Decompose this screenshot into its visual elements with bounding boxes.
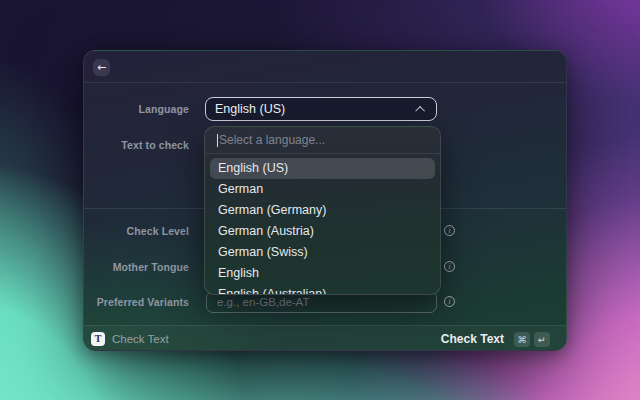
language-option[interactable]: German (Swiss) xyxy=(210,242,435,263)
command-title: Check Text xyxy=(112,333,169,345)
mother-tongue-label: Mother Tongue xyxy=(84,261,189,273)
window-header: ← xyxy=(84,51,566,83)
language-label: Language xyxy=(84,103,189,115)
preferred-variants-info-icon[interactable]: i xyxy=(444,296,455,307)
languagetool-app-icon: T xyxy=(91,332,105,346)
text-to-check-label: Text to check xyxy=(84,139,189,151)
action-bar-right: Check Text ⌘ ↵ xyxy=(441,332,550,347)
check-text-window: ← Language English (US) Text to check Ch… xyxy=(83,50,567,351)
language-search xyxy=(205,127,440,154)
back-button[interactable]: ← xyxy=(93,59,110,76)
primary-action-button[interactable]: Check Text xyxy=(441,332,504,346)
language-search-input[interactable] xyxy=(205,127,440,153)
command-key-icon: ⌘ xyxy=(514,332,530,347)
check-level-info-icon[interactable]: i xyxy=(444,225,455,236)
language-option[interactable]: German (Germany) xyxy=(210,200,435,221)
language-option[interactable]: English (US) xyxy=(210,158,435,179)
language-option[interactable]: English xyxy=(210,263,435,284)
back-arrow-icon: ← xyxy=(97,61,106,74)
language-option[interactable]: English (Australian) xyxy=(210,284,435,295)
language-option-list: English (US) German German (Germany) Ger… xyxy=(205,154,440,295)
text-cursor xyxy=(217,134,218,147)
language-option[interactable]: German xyxy=(210,179,435,200)
check-level-label: Check Level xyxy=(84,225,189,237)
mother-tongue-info-icon[interactable]: i xyxy=(444,261,455,272)
preferred-variants-label: Preferred Variants xyxy=(84,296,189,308)
language-option[interactable]: German (Austria) xyxy=(210,221,435,242)
language-select[interactable]: English (US) xyxy=(205,97,437,121)
language-select-value: English (US) xyxy=(215,102,418,116)
action-bar-left: T Check Text xyxy=(91,332,169,346)
return-key-icon: ↵ xyxy=(534,332,550,347)
language-dropdown-panel: English (US) German German (Germany) Ger… xyxy=(204,126,441,295)
action-bar: T Check Text Check Text ⌘ ↵ xyxy=(84,325,566,351)
desktop-background: ← Language English (US) Text to check Ch… xyxy=(0,0,640,400)
